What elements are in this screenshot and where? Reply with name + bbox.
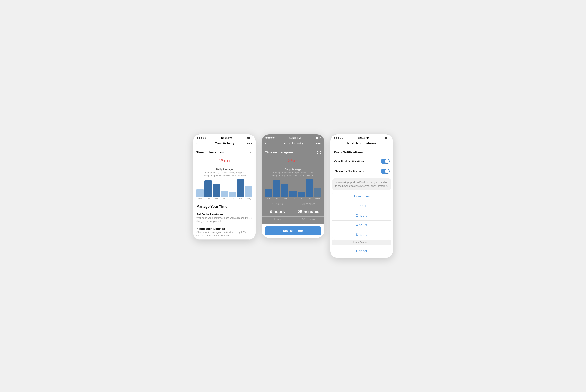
battery-1: [247, 137, 252, 139]
status-bar-2: 12:34 PM: [262, 134, 324, 140]
back-button-2[interactable]: ‹: [265, 141, 271, 146]
more-button-2[interactable]: •••: [316, 142, 321, 146]
battery-nub-3: [389, 138, 389, 138]
bar-label-2-fri: Fri: [300, 198, 302, 200]
daily-label-1: Daily Average: [196, 168, 252, 171]
screen1-content: Time on Instagram i 25m Daily Average Av…: [193, 148, 256, 240]
bar-col-tue: Tue: [204, 180, 212, 200]
bar-2-tue: [273, 180, 280, 197]
action-item-8hr[interactable]: 8 hours: [332, 230, 391, 240]
info-icon-2[interactable]: i: [317, 150, 321, 154]
time-section-header-2: Time on Instagram i: [262, 148, 324, 156]
bar-label-today: Today: [246, 198, 251, 200]
phone-screen-1: 12:34 PM ‹ Your Activity ••• Time on Ins…: [193, 134, 256, 240]
action-item-15min[interactable]: 15 minutes: [332, 192, 391, 201]
bar-col-wed: Wed: [213, 184, 220, 200]
bar-chart-2: Mon Tue Wed Thu: [265, 180, 321, 200]
bar-col-2-tue: Tue: [273, 180, 280, 200]
bar-col-today: Today: [245, 186, 252, 200]
action-item-4hr[interactable]: 4 hours: [332, 220, 391, 230]
partial-row: From Anyone...: [332, 240, 391, 245]
bar-col-2-fri: Fri: [298, 192, 305, 200]
phone-screen-3: 12:34 PM ‹ Push Notifications Push Notif…: [330, 134, 393, 258]
bar-today: [245, 186, 252, 197]
signal-dot-2-2: [267, 137, 269, 138]
battery-nub-1: [252, 138, 252, 138]
signal-dot-2-5: [273, 137, 274, 138]
back-button-3[interactable]: ‹: [334, 141, 340, 146]
notif-desc: Choose which Instagram notifications to …: [196, 231, 252, 237]
action-sheet: 15 minutes 1 hour 2 hours 4 hours 8 hour…: [332, 192, 391, 240]
action-item-1hr[interactable]: 1 hour: [332, 201, 391, 211]
battery-nub-2: [320, 138, 321, 138]
bar-label-2-thu: Thu: [292, 198, 294, 200]
info-icon-1[interactable]: i: [248, 150, 252, 154]
daily-time-display-2: 25m: [265, 158, 321, 168]
reminder-desc: We'll send you a reminder once you've re…: [196, 216, 252, 223]
nav-bar-2: ‹ Your Activity •••: [262, 140, 324, 148]
signal-dots-2: [265, 137, 274, 138]
time-section-title-2: Time on Instagram: [265, 151, 293, 154]
signal-dot-2-4: [271, 137, 272, 138]
daily-time-value-1: 25: [219, 158, 225, 164]
bar-label-thu: Thu: [223, 198, 226, 200]
status-time-3: 12:34 PM: [358, 136, 370, 139]
signal-dot-3-1: [334, 137, 335, 138]
screenshots-container: 12:34 PM ‹ Your Activity ••• Time on Ins…: [193, 134, 393, 258]
bar-chart-1: Mon Tue Wed Thu: [196, 180, 252, 200]
bar-label-sat: Sat: [239, 198, 242, 200]
vibrate-label: Vibrate for Notifications: [334, 170, 364, 173]
picker-below-minutes: 30 minutes: [293, 216, 324, 222]
mute-toggle[interactable]: [380, 159, 390, 164]
signal-dots-1: [197, 137, 206, 138]
signal-dot-2: [199, 137, 200, 138]
time-section-header-1: Time on Instagram i: [193, 148, 256, 156]
time-picker[interactable]: 12 hours 20 minutes 0 hours 25 minutes 1…: [262, 200, 324, 224]
signal-dot-5: [204, 137, 206, 138]
bar-col-2-thu: Thu: [289, 191, 296, 200]
signal-dot-3-4: [340, 137, 341, 138]
battery-3: [384, 137, 389, 139]
bar-label-wed: Wed: [214, 198, 218, 200]
daily-label-2: Daily Average: [265, 168, 321, 171]
picker-below-hours: 1 hour: [262, 216, 293, 222]
cancel-button[interactable]: Cancel: [332, 246, 391, 256]
daily-time-display-1: 25m: [196, 158, 252, 168]
bar-2-sat: [306, 179, 313, 197]
bar-label-2-mon: Mon: [267, 198, 270, 200]
set-reminder-button[interactable]: Set Reminder: [265, 226, 321, 236]
daily-desc-1: Average time you spent per day using the…: [196, 171, 252, 178]
notification-settings-item[interactable]: Notification Settings Choose which Insta…: [196, 225, 252, 240]
mute-toggle-knob: [385, 159, 389, 164]
vibrate-toggle-knob: [385, 169, 389, 174]
status-time-2: 12:34 PM: [290, 136, 301, 139]
bar-fri: [229, 192, 236, 197]
phone-screen-2: 12:34 PM ‹ Your Activity ••• Time on Ins…: [262, 134, 324, 238]
nav-title-1: Your Activity: [215, 142, 234, 146]
screen2-content: Time on Instagram i 25m Daily Average Av…: [262, 148, 324, 238]
battery-fill-1: [247, 137, 250, 138]
signal-dot-3-3: [338, 137, 339, 138]
signal-dot-1: [197, 137, 198, 138]
signal-dot-3: [201, 137, 202, 138]
nav-title-3: Push Notifications: [347, 142, 376, 146]
vibrate-toggle[interactable]: [380, 169, 390, 174]
bar-thu: [221, 191, 228, 197]
battery-fill-2: [316, 137, 318, 138]
set-daily-reminder-item[interactable]: Set Daily Reminder We'll send you a remi…: [196, 211, 252, 225]
action-item-2hr[interactable]: 2 hours: [332, 211, 391, 220]
bar-col-2-today: Today: [314, 188, 321, 200]
nav-bar-1: ‹ Your Activity •••: [193, 140, 256, 148]
bar-2-thu: [289, 191, 296, 197]
more-button-1[interactable]: •••: [247, 142, 252, 146]
bar-label-2-sat: Sat: [308, 198, 311, 200]
picker-above-minutes: 20 minutes: [293, 201, 324, 207]
daily-time-unit-1: m: [225, 158, 230, 164]
signal-dot-3-5: [342, 137, 343, 138]
battery-body-3: [384, 137, 388, 139]
bar-col-fri: Fri: [229, 192, 236, 200]
daily-avg-1: 25m Daily Average Average time you spent…: [193, 156, 256, 178]
back-button-1[interactable]: ‹: [196, 141, 202, 146]
battery-2: [316, 137, 321, 139]
nav-bar-3: ‹ Push Notifications: [330, 140, 393, 148]
